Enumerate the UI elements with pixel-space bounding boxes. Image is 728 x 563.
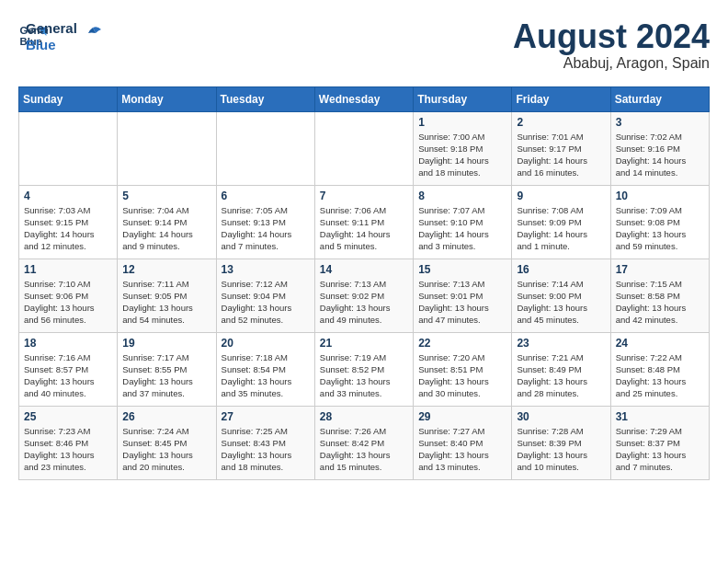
day-number: 28 — [320, 410, 408, 423]
weekday-header: Saturday — [610, 86, 709, 111]
day-info: Sunrise: 7:16 AM Sunset: 8:57 PM Dayligh… — [24, 351, 112, 400]
day-info: Sunrise: 7:23 AM Sunset: 8:46 PM Dayligh… — [24, 425, 112, 474]
day-number: 24 — [616, 337, 704, 350]
calendar-cell — [19, 111, 118, 185]
day-number: 12 — [122, 263, 210, 276]
weekday-header: Sunday — [19, 86, 118, 111]
calendar-cell: 26Sunrise: 7:24 AM Sunset: 8:45 PM Dayli… — [118, 406, 216, 479]
calendar-cell — [118, 111, 216, 185]
day-number: 17 — [616, 263, 704, 276]
day-number: 11 — [24, 263, 112, 276]
day-info: Sunrise: 7:04 AM Sunset: 9:14 PM Dayligh… — [122, 204, 210, 253]
calendar-cell: 1Sunrise: 7:00 AM Sunset: 9:18 PM Daylig… — [414, 111, 512, 185]
day-number: 22 — [418, 337, 506, 350]
day-number: 3 — [616, 116, 704, 129]
calendar-week-row: 4Sunrise: 7:03 AM Sunset: 9:15 PM Daylig… — [19, 185, 710, 259]
calendar-cell: 3Sunrise: 7:02 AM Sunset: 9:16 PM Daylig… — [610, 111, 709, 185]
day-number: 5 — [122, 190, 210, 202]
title-block: August 2024 Ababuj, Aragon, Spain — [513, 18, 710, 72]
day-info: Sunrise: 7:22 AM Sunset: 8:48 PM Dayligh… — [616, 351, 704, 400]
day-info: Sunrise: 7:07 AM Sunset: 9:10 PM Dayligh… — [418, 204, 506, 253]
day-info: Sunrise: 7:08 AM Sunset: 9:09 PM Dayligh… — [517, 204, 605, 253]
day-info: Sunrise: 7:12 AM Sunset: 9:04 PM Dayligh… — [222, 278, 310, 327]
day-info: Sunrise: 7:05 AM Sunset: 9:13 PM Dayligh… — [222, 204, 310, 253]
day-info: Sunrise: 7:20 AM Sunset: 8:51 PM Dayligh… — [418, 351, 506, 400]
day-info: Sunrise: 7:17 AM Sunset: 8:55 PM Dayligh… — [122, 351, 210, 400]
calendar-cell: 19Sunrise: 7:17 AM Sunset: 8:55 PM Dayli… — [118, 332, 216, 406]
calendar-week-row: 1Sunrise: 7:00 AM Sunset: 9:18 PM Daylig… — [19, 111, 710, 185]
day-info: Sunrise: 7:26 AM Sunset: 8:42 PM Dayligh… — [320, 425, 408, 474]
day-number: 4 — [24, 190, 112, 202]
calendar-cell: 21Sunrise: 7:19 AM Sunset: 8:52 PM Dayli… — [314, 332, 413, 406]
calendar-table: SundayMondayTuesdayWednesdayThursdayFrid… — [18, 86, 710, 480]
day-info: Sunrise: 7:10 AM Sunset: 9:06 PM Dayligh… — [24, 278, 112, 327]
day-info: Sunrise: 7:11 AM Sunset: 9:05 PM Dayligh… — [122, 278, 210, 327]
day-info: Sunrise: 7:13 AM Sunset: 9:02 PM Dayligh… — [320, 278, 408, 327]
day-info: Sunrise: 7:00 AM Sunset: 9:18 PM Dayligh… — [418, 131, 506, 179]
calendar-week-row: 18Sunrise: 7:16 AM Sunset: 8:57 PM Dayli… — [19, 332, 710, 406]
calendar-cell: 20Sunrise: 7:18 AM Sunset: 8:54 PM Dayli… — [216, 332, 314, 406]
day-info: Sunrise: 7:15 AM Sunset: 8:58 PM Dayligh… — [616, 278, 704, 327]
weekday-header: Wednesday — [314, 86, 413, 111]
day-number: 20 — [222, 337, 310, 350]
weekday-row: SundayMondayTuesdayWednesdayThursdayFrid… — [19, 86, 710, 111]
logo: General Blue General Blue — [18, 18, 103, 53]
page-header: General Blue General Blue August 2024 Ab… — [18, 18, 710, 72]
weekday-header: Friday — [512, 86, 610, 111]
day-number: 19 — [122, 337, 210, 350]
day-info: Sunrise: 7:03 AM Sunset: 9:15 PM Dayligh… — [24, 204, 112, 253]
day-number: 18 — [24, 337, 112, 350]
day-number: 25 — [24, 410, 112, 423]
day-info: Sunrise: 7:29 AM Sunset: 8:37 PM Dayligh… — [616, 425, 704, 474]
day-info: Sunrise: 7:24 AM Sunset: 8:45 PM Dayligh… — [122, 425, 210, 474]
calendar-cell — [216, 111, 314, 185]
day-info: Sunrise: 7:02 AM Sunset: 9:16 PM Dayligh… — [616, 131, 704, 179]
calendar-cell: 23Sunrise: 7:21 AM Sunset: 8:49 PM Dayli… — [512, 332, 610, 406]
calendar-cell: 25Sunrise: 7:23 AM Sunset: 8:46 PM Dayli… — [19, 406, 118, 479]
calendar-cell: 13Sunrise: 7:12 AM Sunset: 9:04 PM Dayli… — [216, 259, 314, 332]
calendar-cell: 15Sunrise: 7:13 AM Sunset: 9:01 PM Dayli… — [414, 259, 512, 332]
calendar-cell: 28Sunrise: 7:26 AM Sunset: 8:42 PM Dayli… — [314, 406, 413, 479]
calendar-cell: 6Sunrise: 7:05 AM Sunset: 9:13 PM Daylig… — [216, 185, 314, 259]
calendar-cell: 17Sunrise: 7:15 AM Sunset: 8:58 PM Dayli… — [610, 259, 709, 332]
day-info: Sunrise: 7:18 AM Sunset: 8:54 PM Dayligh… — [222, 351, 310, 400]
day-number: 23 — [517, 337, 605, 350]
weekday-header: Thursday — [414, 86, 512, 111]
calendar-cell: 4Sunrise: 7:03 AM Sunset: 9:15 PM Daylig… — [19, 185, 118, 259]
calendar-cell: 14Sunrise: 7:13 AM Sunset: 9:02 PM Dayli… — [314, 259, 413, 332]
day-info: Sunrise: 7:28 AM Sunset: 8:39 PM Dayligh… — [517, 425, 605, 474]
day-number: 15 — [418, 263, 506, 276]
day-number: 8 — [418, 190, 506, 202]
day-number: 14 — [320, 263, 408, 276]
calendar-cell: 27Sunrise: 7:25 AM Sunset: 8:43 PM Dayli… — [216, 406, 314, 479]
day-info: Sunrise: 7:27 AM Sunset: 8:40 PM Dayligh… — [418, 425, 506, 474]
day-info: Sunrise: 7:09 AM Sunset: 9:08 PM Dayligh… — [616, 204, 704, 253]
day-number: 10 — [616, 190, 704, 202]
day-info: Sunrise: 7:06 AM Sunset: 9:11 PM Dayligh… — [320, 204, 408, 253]
calendar-cell: 10Sunrise: 7:09 AM Sunset: 9:08 PM Dayli… — [610, 185, 709, 259]
weekday-header: Monday — [118, 86, 216, 111]
calendar-cell — [314, 111, 413, 185]
day-number: 1 — [418, 116, 506, 129]
calendar-week-row: 25Sunrise: 7:23 AM Sunset: 8:46 PM Dayli… — [19, 406, 710, 479]
day-info: Sunrise: 7:01 AM Sunset: 9:17 PM Dayligh… — [517, 131, 605, 179]
weekday-header: Tuesday — [216, 86, 314, 111]
day-number: 9 — [517, 190, 605, 202]
calendar-cell: 2Sunrise: 7:01 AM Sunset: 9:17 PM Daylig… — [512, 111, 610, 185]
calendar-header: SundayMondayTuesdayWednesdayThursdayFrid… — [19, 86, 710, 111]
calendar-cell: 12Sunrise: 7:11 AM Sunset: 9:05 PM Dayli… — [118, 259, 216, 332]
calendar-cell: 30Sunrise: 7:28 AM Sunset: 8:39 PM Dayli… — [512, 406, 610, 479]
day-number: 26 — [122, 410, 210, 423]
day-info: Sunrise: 7:25 AM Sunset: 8:43 PM Dayligh… — [222, 425, 310, 474]
day-number: 2 — [517, 116, 605, 129]
calendar-cell: 7Sunrise: 7:06 AM Sunset: 9:11 PM Daylig… — [314, 185, 413, 259]
logo-bird-icon — [83, 24, 103, 44]
day-number: 16 — [517, 263, 605, 276]
day-number: 6 — [222, 190, 310, 202]
calendar-cell: 5Sunrise: 7:04 AM Sunset: 9:14 PM Daylig… — [118, 185, 216, 259]
month-year-title: August 2024 — [513, 18, 710, 55]
day-number: 21 — [320, 337, 408, 350]
calendar-cell: 16Sunrise: 7:14 AM Sunset: 9:00 PM Dayli… — [512, 259, 610, 332]
day-number: 30 — [517, 410, 605, 423]
day-number: 13 — [222, 263, 310, 276]
